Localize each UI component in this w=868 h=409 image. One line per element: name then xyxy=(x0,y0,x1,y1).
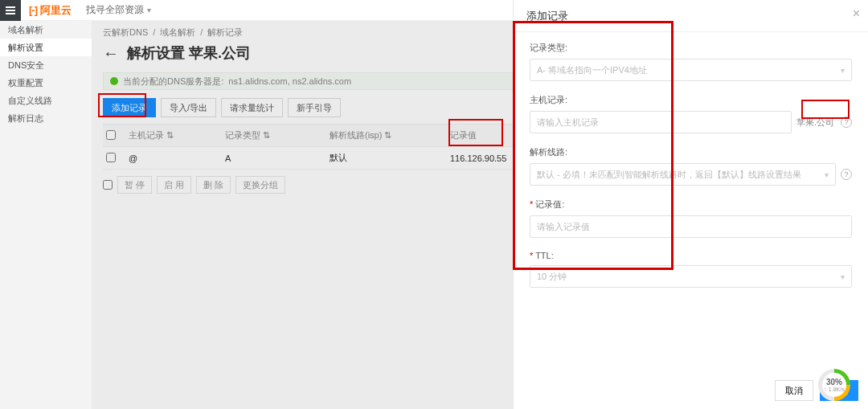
help-icon[interactable]: ? xyxy=(841,117,852,128)
top-search-label: 找寻全部资源 xyxy=(86,3,144,17)
cancel-button[interactable]: 取消 xyxy=(775,380,813,401)
label-record-type: 记录类型: xyxy=(530,42,852,54)
top-search-scope[interactable]: 找寻全部资源 ▾ xyxy=(86,3,151,17)
brand-logo[interactable]: [-] 阿里云 xyxy=(21,3,80,18)
help-icon[interactable]: ? xyxy=(841,169,852,180)
close-icon[interactable]: × xyxy=(853,6,860,21)
label-value: 记录值: xyxy=(530,198,852,211)
gauge-value: 30% xyxy=(826,378,842,387)
gauge-sub: ↑ 1.8K/s xyxy=(824,387,844,392)
chevron-down-icon: ▾ xyxy=(841,66,845,75)
label-line: 解析线路: xyxy=(530,146,852,158)
add-record-modal: 添加记录 × 记录类型: A- 将域名指向一个IPV4地址 ▾ 主机记录: 请输… xyxy=(513,0,868,409)
chevron-down-icon: ▾ xyxy=(147,6,151,14)
sidebar-item-resolution-settings[interactable]: 解析设置 xyxy=(0,39,92,56)
label-host: 主机记录: xyxy=(530,94,852,106)
speed-gauge: 30% ↑ 1.8K/s xyxy=(818,369,850,401)
menu-icon[interactable] xyxy=(0,0,21,21)
input-host[interactable]: 请输入主机记录 xyxy=(530,111,792,133)
label-ttl: TTL: xyxy=(530,251,852,260)
input-value[interactable]: 请输入记录值 xyxy=(530,215,852,238)
sidebar-item-weight-config[interactable]: 权重配置 xyxy=(0,74,92,92)
sidebar-item-resolution-log[interactable]: 解析日志 xyxy=(0,109,92,127)
select-line[interactable]: 默认 - 必填！未匹配到智能解析线路时，返回【默认】线路设置结果 ▾ xyxy=(530,163,836,186)
sidebar-item-custom-lines[interactable]: 自定义线路 xyxy=(0,92,92,109)
chevron-down-icon: ▾ xyxy=(841,272,845,281)
modal-title: 添加记录 xyxy=(526,9,568,23)
sidebar-item-dns-security[interactable]: DNS安全 xyxy=(0,56,92,74)
brand-text: 阿里云 xyxy=(40,3,72,18)
chevron-down-icon: ▾ xyxy=(825,170,829,179)
logo-icon: [-] xyxy=(29,4,37,16)
sidebar: 域名解析 解析设置 DNS安全 权重配置 自定义线路 解析日志 xyxy=(0,21,92,409)
sidebar-item-domain-resolution[interactable]: 域名解析 xyxy=(0,21,92,39)
select-ttl[interactable]: 10 分钟 ▾ xyxy=(530,265,852,288)
select-record-type[interactable]: A- 将域名指向一个IPV4地址 ▾ xyxy=(530,59,852,81)
host-suffix: 苹果.公司 xyxy=(796,117,834,129)
